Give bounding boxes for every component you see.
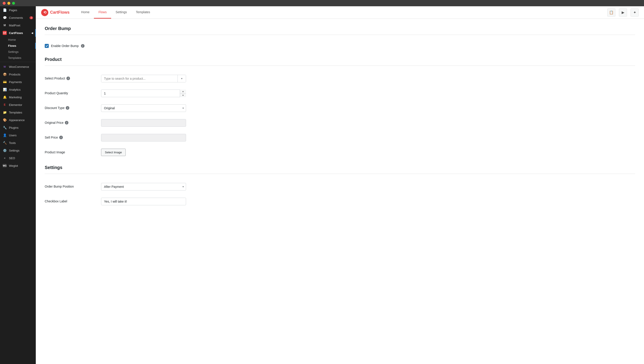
enable-order-bump-help-icon[interactable]: i (81, 44, 84, 48)
sidebar-item-products[interactable]: 📦 Products (0, 71, 36, 78)
tab-settings[interactable]: Settings (111, 6, 132, 19)
discount-type-select[interactable]: Original Percentage Fixed Amount (101, 104, 186, 112)
minimize-button[interactable] (8, 2, 10, 5)
nav-tabs: Home Flows Settings Templates (77, 6, 154, 19)
tab-flows[interactable]: Flows (94, 6, 111, 19)
sidebar-label-home: Home (8, 38, 16, 41)
sidebar-item-templates[interactable]: Templates (3, 55, 36, 61)
original-price-control (101, 119, 186, 127)
sidebar-item-templates2[interactable]: 📁 Templates (0, 109, 36, 116)
original-price-row: Original Price i (45, 115, 635, 130)
sidebar-item-plugins[interactable]: 🔧 Plugins (0, 124, 36, 131)
brand-logo: ⟲ (41, 9, 48, 16)
sidebar-item-home[interactable]: Home (3, 37, 36, 43)
sidebar-divider (0, 62, 36, 62)
nav-icon-star[interactable]: ✦ (630, 9, 639, 17)
sidebar-item-flows[interactable]: Flows (3, 43, 36, 49)
users-icon: 👤 (3, 133, 7, 137)
sidebar-item-cartflows[interactable]: CF CartFlows ◀ (0, 29, 36, 37)
video-icon: ▶ (622, 10, 624, 15)
sidebar-arrow-icon: ◀ (31, 32, 33, 34)
sidebar-label-appearance: Appearance (9, 118, 24, 122)
sidebar-item-appearance[interactable]: 🎨 Appearance (0, 116, 36, 124)
original-price-input (101, 119, 186, 127)
product-section: Product Select Product i ▾ (45, 57, 635, 160)
order-bump-position-select[interactable]: After Payment Before Payment After Order… (101, 183, 186, 191)
marketing-icon: 🔔 (3, 95, 7, 99)
original-price-help-icon[interactable]: i (65, 121, 68, 124)
tab-templates[interactable]: Templates (132, 6, 155, 19)
sidebar-submenu-cartflows: Home Flows Settings Templates (0, 37, 36, 61)
templates-icon: 📁 (3, 110, 7, 114)
sidebar-label-analytics: Analytics (9, 88, 20, 91)
discount-type-help-icon[interactable]: i (66, 106, 69, 110)
nav-icon-docs[interactable]: 📋 (607, 9, 616, 17)
sidebar-label-seo: SEO (9, 156, 15, 160)
mailpoet-icon: M (3, 23, 7, 27)
product-quantity-label: Product Quantity (45, 90, 94, 95)
select-product-control: ▾ (101, 75, 186, 82)
enable-order-bump-row: Enable Order Bump i (45, 40, 635, 52)
sidebar-item-comments[interactable]: 💬 Comments 3 (0, 14, 36, 22)
quantity-stepper-wrapper: ▲ ▼ (101, 90, 186, 97)
appearance-icon: 🎨 (3, 118, 7, 122)
sell-price-row: Sell Price i (45, 130, 635, 145)
tab-home[interactable]: Home (77, 6, 94, 19)
docs-icon: 📋 (609, 10, 614, 15)
sidebar-item-marketing[interactable]: 🔔 Marketing (0, 93, 36, 101)
plugins-icon: 🔧 (3, 126, 7, 130)
sidebar-label-products: Products (9, 73, 20, 76)
stepper-up-btn[interactable]: ▲ (180, 90, 186, 94)
sidebar-item-analytics[interactable]: 📊 Analytics (0, 86, 36, 93)
select-image-button[interactable]: Select Image (101, 149, 126, 156)
checkbox-label-row: Checkbox Label (45, 194, 635, 209)
order-bump-title: Order Bump (45, 26, 635, 31)
select-product-dropdown-btn[interactable]: ▾ (178, 75, 186, 82)
select-product-row: Select Product i ▾ (45, 71, 635, 86)
checkbox-label-label: Checkbox Label (45, 198, 94, 203)
sidebar-item-mailpoet[interactable]: M MailPoet (0, 22, 36, 29)
sidebar-item-tools[interactable]: 🔨 Tools (0, 139, 36, 147)
settings-divider (45, 174, 635, 174)
sidebar-item-seo[interactable]: ≡ SEO (0, 154, 36, 162)
sidebar-item-elementor[interactable]: E Elementor (0, 101, 36, 109)
stepper-buttons: ▲ ▼ (180, 90, 186, 97)
sidebar-label-users: Users (9, 134, 16, 137)
cartflows-icon: CF (3, 31, 7, 35)
sell-price-help-icon[interactable]: i (59, 136, 63, 139)
close-button[interactable] (3, 2, 6, 5)
settings-icon: ⚙️ (3, 148, 7, 152)
sidebar-item-pages[interactable]: 📄 Pages (0, 6, 36, 14)
sidebar-label-tools: Tools (9, 141, 16, 145)
sidebar-item-payments[interactable]: 💳 Payments (0, 78, 36, 86)
enable-order-bump-checkbox[interactable] (45, 44, 49, 48)
checkbox-label-input[interactable] (101, 198, 186, 205)
checkmark-icon (46, 45, 48, 47)
product-image-label: Product Image (45, 149, 94, 154)
product-image-control: Select Image (101, 149, 186, 156)
sidebar-label-plugins: Plugins (9, 126, 18, 129)
discount-type-row: Discount Type i Original Percentage Fixe… (45, 101, 635, 115)
select-product-label: Select Product i (45, 75, 94, 80)
brand: ⟲ CartFlows (41, 9, 70, 16)
sidebar-item-weglot[interactable]: WG Weglot (0, 162, 36, 169)
sidebar-label-settings2: Settings (9, 149, 20, 152)
maximize-button[interactable] (12, 2, 15, 5)
sidebar-item-settings[interactable]: Settings (3, 49, 36, 55)
nav-icon-video[interactable]: ▶ (619, 9, 627, 17)
enable-order-bump-label: Enable Order Bump (51, 44, 79, 48)
sidebar-item-woocommerce[interactable]: W WooCommerce (0, 63, 36, 71)
select-product-input[interactable] (101, 75, 178, 82)
sidebar-label-flows: Flows (8, 44, 16, 48)
select-product-help-icon[interactable]: i (66, 77, 70, 80)
sidebar-item-users[interactable]: 👤 Users (0, 131, 36, 139)
order-bump-position-row: Order Bump Position After Payment Before… (45, 179, 635, 194)
discount-type-control: Original Percentage Fixed Amount ▾ (101, 104, 186, 112)
sidebar-label-marketing: Marketing (9, 96, 22, 99)
top-nav: ⟲ CartFlows Home Flows Settings Template… (36, 6, 644, 19)
quantity-stepper[interactable] (101, 90, 186, 97)
order-bump-section: Order Bump Enable Order Bump i (45, 26, 635, 52)
stepper-down-btn[interactable]: ▼ (180, 94, 186, 97)
sidebar-item-settings2[interactable]: ⚙️ Settings (0, 147, 36, 154)
settings-section: Settings Order Bump Position After Payme… (45, 165, 635, 209)
